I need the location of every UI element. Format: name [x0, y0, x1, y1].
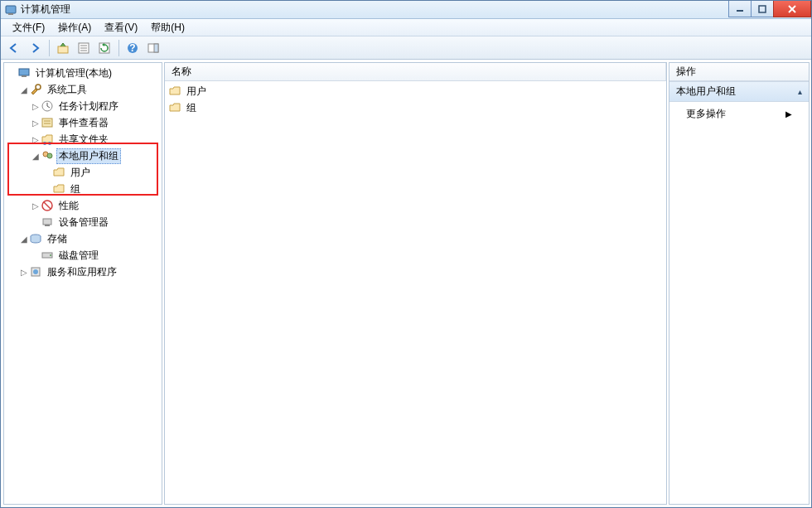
- svg-rect-0: [6, 6, 16, 13]
- expand-icon[interactable]: ▷: [31, 119, 41, 128]
- tree-users[interactable]: 用户: [6, 164, 160, 181]
- expand-icon[interactable]: ▷: [19, 268, 29, 277]
- services-icon: [29, 265, 42, 278]
- clock-icon: [41, 99, 54, 113]
- folder-icon: [168, 101, 181, 114]
- folder-icon: [52, 166, 65, 179]
- close-button[interactable]: [773, 1, 811, 17]
- tree-local-users-groups[interactable]: ◢ 本地用户和组: [6, 148, 160, 164]
- nav-back-button[interactable]: [4, 38, 24, 58]
- computer-icon: [17, 66, 31, 80]
- users-groups-icon: [41, 149, 54, 162]
- app-icon: [4, 3, 17, 17]
- performance-icon: [41, 199, 54, 212]
- svg-line-30: [44, 202, 51, 209]
- tree-system-tools[interactable]: ◢ 系统工具: [6, 81, 160, 98]
- arrow-right-icon: ▶: [785, 109, 792, 119]
- folder-icon: [168, 85, 181, 98]
- menu-file[interactable]: 文件(F): [6, 19, 51, 36]
- folder-icon: [52, 182, 65, 196]
- tree-root[interactable]: 计算机管理(本地): [6, 65, 160, 81]
- app-window: 计算机管理 文件(F) 操作(A) 查看(V) 帮助(H) ?: [0, 0, 812, 508]
- menubar: 文件(F) 操作(A) 查看(V) 帮助(H): [1, 19, 811, 36]
- svg-rect-6: [58, 46, 68, 53]
- actions-section[interactable]: 本地用户和组 ▴: [669, 81, 809, 102]
- svg-rect-22: [42, 119, 52, 127]
- list-item-groups[interactable]: 组: [168, 99, 663, 116]
- up-button[interactable]: [53, 38, 73, 58]
- nav-forward-button[interactable]: [25, 38, 45, 58]
- device-icon: [41, 215, 54, 229]
- list-pane: 名称 用户 组: [164, 62, 667, 505]
- svg-rect-16: [19, 69, 29, 75]
- svg-point-18: [36, 85, 41, 90]
- main-area: 计算机管理(本地) ◢ 系统工具 ▷ 任务计划程序 ▷: [1, 60, 811, 507]
- svg-point-28: [47, 153, 52, 158]
- actions-body: 本地用户和组 ▴ 更多操作 ▶: [669, 81, 809, 504]
- list-item-label: 组: [186, 101, 196, 115]
- tree-shared-folders[interactable]: ▷ 共享文件夹: [6, 131, 160, 148]
- list-header: 名称: [165, 63, 666, 81]
- column-name[interactable]: 名称: [165, 63, 666, 80]
- minimize-button[interactable]: [728, 1, 752, 17]
- collapse-icon[interactable]: ◢: [31, 152, 41, 161]
- tree-pane: 计算机管理(本地) ◢ 系统工具 ▷ 任务计划程序 ▷: [3, 62, 162, 505]
- disk-icon: [41, 249, 54, 262]
- list-item-users[interactable]: 用户: [168, 83, 663, 99]
- svg-text:?: ?: [129, 42, 135, 54]
- tree-device-manager[interactable]: 设备管理器: [6, 214, 160, 230]
- svg-rect-1: [8, 13, 13, 15]
- toolbar: ?: [1, 36, 811, 60]
- titlebar: 计算机管理: [1, 1, 811, 19]
- actions-section-title: 本地用户和组: [676, 85, 736, 99]
- expand-icon[interactable]: ▷: [31, 102, 41, 111]
- tree-event-viewer[interactable]: ▷ 事件查看器: [6, 114, 160, 131]
- svg-point-35: [50, 254, 51, 256]
- tree-groups[interactable]: 组: [6, 181, 160, 197]
- collapse-icon[interactable]: ◢: [19, 235, 29, 244]
- event-icon: [41, 116, 54, 129]
- toolbar-separator: [49, 40, 50, 56]
- tree-performance[interactable]: ▷ 性能: [6, 197, 160, 214]
- svg-rect-17: [22, 75, 27, 77]
- svg-rect-32: [45, 225, 50, 226]
- tree-task-scheduler[interactable]: ▷ 任务计划程序: [6, 98, 160, 114]
- properties-button[interactable]: [74, 38, 94, 58]
- storage-icon: [29, 232, 42, 245]
- tree-storage[interactable]: ◢ 存储: [6, 230, 160, 247]
- tree-services-apps[interactable]: ▷ 服务和应用程序: [6, 264, 160, 280]
- menu-help[interactable]: 帮助(H): [144, 19, 191, 36]
- expand-icon[interactable]: ▷: [31, 201, 41, 210]
- shared-folder-icon: [41, 133, 54, 146]
- list-item-label: 用户: [186, 85, 206, 99]
- actions-more[interactable]: 更多操作 ▶: [669, 102, 809, 126]
- list-body: 用户 组: [165, 81, 666, 504]
- svg-rect-15: [154, 44, 158, 52]
- menu-action[interactable]: 操作(A): [51, 19, 98, 36]
- console-tree: 计算机管理(本地) ◢ 系统工具 ▷ 任务计划程序 ▷: [4, 63, 162, 504]
- window-controls: [729, 1, 811, 17]
- toolbar-separator: [118, 40, 119, 56]
- chevron-up-icon: ▴: [798, 87, 802, 96]
- refresh-button[interactable]: [94, 38, 114, 58]
- svg-rect-3: [759, 6, 766, 12]
- expand-icon[interactable]: ▷: [31, 135, 41, 144]
- show-hide-pane-button[interactable]: [143, 38, 163, 58]
- actions-more-label: 更多操作: [686, 107, 726, 121]
- svg-point-37: [33, 269, 38, 274]
- window-title: 计算机管理: [21, 2, 729, 17]
- svg-rect-31: [43, 219, 51, 225]
- help-button[interactable]: ?: [123, 38, 143, 58]
- menu-view[interactable]: 查看(V): [98, 19, 144, 36]
- actions-pane: 操作 本地用户和组 ▴ 更多操作 ▶: [669, 62, 810, 505]
- svg-point-26: [48, 142, 51, 145]
- maximize-button[interactable]: [751, 1, 774, 17]
- tools-icon: [29, 83, 42, 96]
- tree-disk-management[interactable]: 磁盘管理: [6, 247, 160, 264]
- collapse-icon[interactable]: ◢: [19, 85, 29, 94]
- svg-point-25: [43, 142, 46, 145]
- actions-header: 操作: [669, 63, 809, 81]
